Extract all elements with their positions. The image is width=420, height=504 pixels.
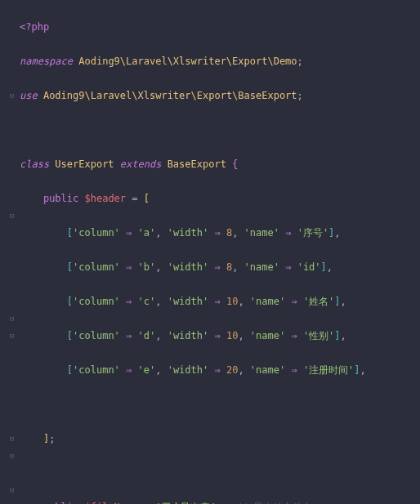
code-line (20, 396, 420, 413)
code-line: <?php (20, 19, 420, 36)
fold-icon[interactable]: ⊟ (10, 207, 14, 225)
code-line: class UserExport extends BaseExport { (20, 156, 420, 173)
code-line (20, 122, 420, 139)
code-line: public $header = [ (20, 190, 420, 207)
code-line: ['column' ⇒ 'a', 'width' ⇒ 8, 'name' ⇒ '… (20, 225, 420, 242)
fold-icon[interactable]: ⊟ (10, 328, 14, 345)
code-line: ['column' ⇒ 'e', 'width' ⇒ 20, 'name' ⇒ … (20, 362, 420, 379)
fold-icon[interactable]: ⊟ (10, 310, 14, 328)
fold-icon[interactable]: ⊡ (10, 482, 14, 499)
fold-icon[interactable]: ⊡ (10, 448, 14, 465)
code-line: ['column' ⇒ 'b', 'width' ⇒ 8, 'name' ⇒ '… (20, 259, 420, 276)
code-line: use Aoding9\Laravel\Xlswriter\Export\Bas… (20, 87, 420, 105)
code-line: ]; (20, 430, 420, 448)
code-line: ['column' ⇒ 'c', 'width' ⇒ 10, 'name' ⇒ … (20, 293, 420, 310)
code-line: public $fileName = '用户导出表'; // 导出的文件名 (20, 499, 420, 504)
code-line (20, 465, 420, 482)
code-line: ['column' ⇒ 'd', 'width' ⇒ 10, 'name' ⇒ … (20, 328, 420, 345)
fold-icon[interactable]: ⊡ (10, 430, 14, 448)
gutter: ⊟ ⊟ ⊟ ⊟ ⊡ ⊡ ⊡ (0, 0, 20, 504)
fold-icon[interactable]: ⊟ (10, 87, 14, 105)
code-line: namespace Aoding9\Laravel\Xlswriter\Expo… (20, 53, 420, 70)
code-editor[interactable]: <?php namespace Aoding9\Laravel\Xlswrite… (0, 0, 420, 504)
